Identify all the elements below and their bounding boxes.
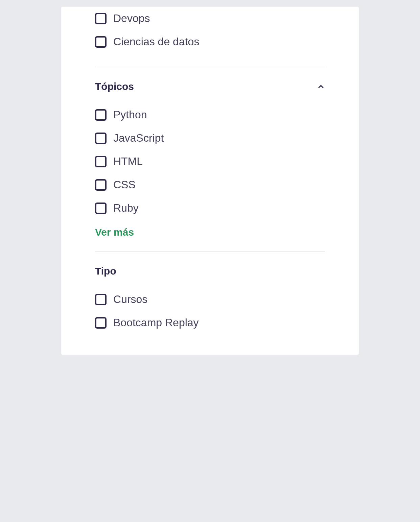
checkbox-icon: [95, 317, 107, 329]
checkbox-cursos[interactable]: Cursos: [95, 288, 325, 311]
checkbox-icon: [95, 109, 107, 121]
checkbox-icon: [95, 294, 107, 305]
checkbox-icon: [95, 133, 107, 144]
show-more-link[interactable]: Ver más: [95, 227, 325, 238]
checkbox-ciencias-de-datos[interactable]: Ciencias de datos: [95, 30, 325, 53]
checkbox-label: CSS: [113, 179, 136, 191]
checkbox-icon: [95, 156, 107, 167]
type-section: Tipo Cursos Bootcamp Replay: [95, 252, 325, 334]
trailing-filter-items: Devops Ciencias de datos: [95, 7, 325, 67]
checkbox-devops[interactable]: Devops: [95, 7, 325, 30]
checkbox-html[interactable]: HTML: [95, 150, 325, 173]
chevron-up-icon: [317, 82, 325, 91]
checkbox-javascript[interactable]: JavaScript: [95, 126, 325, 150]
checkbox-icon: [95, 203, 107, 214]
topics-section: Tópicos Python JavaScript HTML CSS Ruby …: [95, 67, 325, 252]
checkbox-icon: [95, 179, 107, 191]
topics-header[interactable]: Tópicos: [95, 81, 325, 92]
checkbox-python[interactable]: Python: [95, 103, 325, 126]
checkbox-label: Cursos: [113, 293, 147, 306]
checkbox-label: Bootcamp Replay: [113, 316, 199, 329]
type-title: Tipo: [95, 265, 116, 277]
topics-title: Tópicos: [95, 81, 134, 92]
checkbox-label: HTML: [113, 155, 143, 168]
checkbox-icon: [95, 13, 107, 24]
checkbox-label: Ruby: [113, 202, 139, 214]
checkbox-css[interactable]: CSS: [95, 173, 325, 196]
filter-panel: Devops Ciencias de datos Tópicos Python …: [61, 7, 359, 355]
checkbox-label: Devops: [113, 12, 150, 25]
checkbox-label: JavaScript: [113, 132, 164, 144]
checkbox-icon: [95, 36, 107, 48]
checkbox-ruby[interactable]: Ruby: [95, 196, 325, 220]
checkbox-label: Ciencias de datos: [113, 35, 199, 48]
checkbox-bootcamp-replay[interactable]: Bootcamp Replay: [95, 311, 325, 334]
type-header[interactable]: Tipo: [95, 265, 325, 277]
checkbox-label: Python: [113, 109, 147, 121]
